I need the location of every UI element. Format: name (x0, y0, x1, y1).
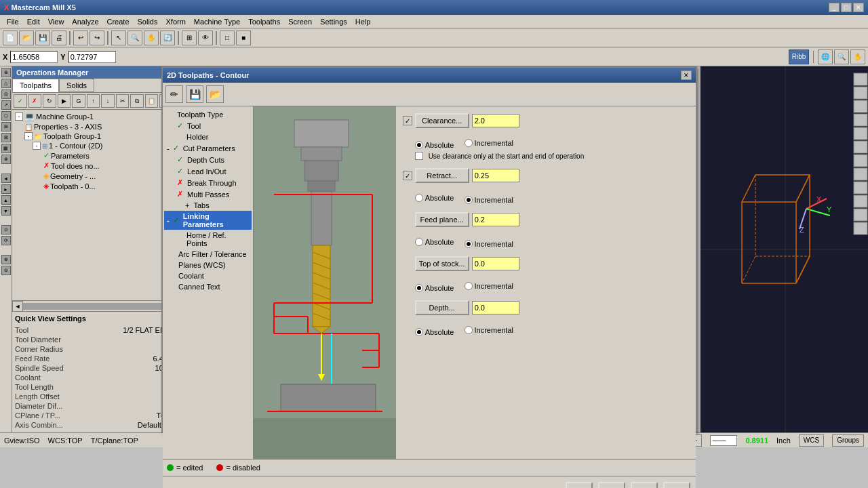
topstock-incremental-radio[interactable] (465, 282, 473, 290)
sb-icon-17[interactable]: ⊖ (1, 266, 11, 275)
close-button[interactable]: ✕ (853, 3, 864, 12)
clearance-button[interactable]: Clearance... (415, 113, 469, 128)
sb-icon-15[interactable]: ⟳ (1, 236, 11, 245)
menu-machine-type[interactable]: Machine Type (190, 16, 244, 27)
clearance-note-checkbox[interactable] (415, 152, 423, 160)
nav-arc-filter[interactable]: Arc Filter / Tolerance (164, 249, 252, 260)
ops-tb-cancel[interactable]: ✗ (28, 94, 42, 108)
expand-toolpath-group[interactable]: - (24, 132, 33, 140)
menu-view[interactable]: View (44, 16, 68, 27)
sb-icon-9[interactable]: ⊗ (1, 155, 11, 164)
nav-multi-passes[interactable]: ✗ Multi Passes (164, 188, 252, 200)
menu-edit[interactable]: Edit (23, 16, 44, 27)
undo-btn[interactable]: ↩ (73, 30, 88, 45)
nav-lead-in-out[interactable]: ✓ Lead In/Out (164, 165, 252, 177)
y-coordinate[interactable] (68, 51, 116, 63)
clearance-checkbox[interactable]: ✓ (403, 116, 412, 125)
print-btn[interactable]: 🖨 (52, 30, 66, 45)
top-of-stock-button[interactable]: Top of stock... (415, 256, 469, 271)
menu-toolpaths[interactable]: Toolpaths (244, 16, 284, 27)
tree-contour-op[interactable]: - ⊞ 1 - Contour (2D) (14, 141, 173, 150)
ops-tb-copy[interactable]: ⧉ (130, 94, 144, 108)
ops-view-btn[interactable]: 🌐 (818, 49, 833, 64)
sb-icon-11[interactable]: ► (1, 184, 11, 194)
pan-btn[interactable]: ✋ (144, 30, 159, 45)
menu-screen[interactable]: Screen (284, 16, 316, 27)
ops-tb-high[interactable]: ↑ (87, 94, 100, 108)
restore-button[interactable]: □ (841, 3, 852, 12)
scroll-left[interactable]: ◄ (12, 301, 23, 312)
menu-xform[interactable]: Xform (162, 16, 190, 27)
help-button[interactable]: ? (663, 482, 690, 488)
expand-machine-group[interactable]: - (15, 113, 23, 121)
retract-incremental-radio[interactable] (465, 196, 473, 204)
groups-button[interactable]: Groups (832, 434, 864, 447)
nav-tabs[interactable]: + Tabs (164, 200, 252, 211)
sb-icon-12[interactable]: ▲ (1, 195, 11, 205)
ops-tb-verify[interactable]: ▶ (58, 94, 71, 108)
sb-icon-6[interactable]: ⊞ (1, 122, 11, 131)
menu-create[interactable]: Create (103, 16, 134, 27)
nav-toolpath-type[interactable]: Toolpath Type (164, 109, 252, 120)
menu-analyze[interactable]: Analyze (68, 16, 102, 27)
zoom-btn[interactable]: 🔍 (127, 30, 142, 45)
dialog-close-button[interactable]: ✕ (681, 70, 692, 80)
tab-toolpaths[interactable]: Toolpaths (12, 79, 59, 92)
retract-checkbox[interactable]: ✓ (403, 171, 412, 180)
dialog-tb-pencil[interactable]: ✏ (165, 85, 183, 103)
tree-toolpath-group[interactable]: - 📁 Toolpath Group-1 (14, 131, 173, 141)
wire-btn[interactable]: □ (220, 30, 235, 45)
retract-absolute-radio[interactable] (415, 194, 423, 202)
sb-icon-13[interactable]: ▼ (1, 206, 11, 216)
ops-tb-post[interactable]: G (72, 94, 85, 108)
nav-break-through[interactable]: ✗ Break Through (164, 177, 252, 188)
feed-plane-button[interactable]: Feed plane... (415, 212, 469, 227)
ops-zoom-btn[interactable]: 🔍 (834, 49, 849, 64)
tree-toolpath[interactable]: ◈ Toolpath - 0... (14, 181, 173, 191)
new-btn[interactable]: 📄 (3, 30, 18, 45)
nav-holder[interactable]: Holder (164, 131, 252, 142)
nav-canned-text[interactable]: Canned Text (164, 281, 252, 292)
add-button[interactable]: ⊕ (631, 482, 658, 488)
select-btn[interactable]: ↖ (111, 30, 126, 45)
ok-button[interactable]: ✓ (566, 482, 593, 488)
menu-settings[interactable]: Settings (316, 16, 351, 27)
sb-icon-3[interactable]: ◎ (1, 89, 11, 99)
save-btn[interactable]: 💾 (35, 30, 50, 45)
tree-properties[interactable]: 📋 Properties - 3 - AXIS (14, 122, 173, 131)
sb-icon-16[interactable]: ⊕ (1, 255, 11, 264)
tab-solids[interactable]: Solids (59, 79, 94, 92)
nav-home-ref[interactable]: Home / Ref. Points (164, 230, 252, 249)
view-btn[interactable]: 👁 (198, 30, 213, 45)
open-btn[interactable]: 📂 (19, 30, 34, 45)
ops-tb-paste[interactable]: 📋 (145, 94, 159, 108)
sb-icon-4[interactable]: ↗ (1, 100, 11, 110)
depth-incremental-radio[interactable] (465, 326, 473, 334)
scroll-track[interactable] (23, 303, 163, 310)
sb-icon-10[interactable]: ◄ (1, 174, 11, 183)
sb-icon-5[interactable]: ⬡ (1, 111, 11, 121)
expand-contour[interactable]: - (33, 142, 41, 150)
depth-absolute-radio[interactable] (415, 328, 423, 336)
feedplane-absolute-radio[interactable] (415, 238, 423, 246)
x-coordinate[interactable] (10, 51, 58, 63)
sb-icon-2[interactable]: △ (1, 79, 11, 88)
tree-geometry[interactable]: ◈ Geometry - ... (14, 171, 173, 181)
tree-machine-group[interactable]: - 💻 Machine Group-1 (14, 111, 173, 122)
topstock-absolute-radio[interactable] (415, 284, 423, 292)
clearance-input[interactable] (472, 114, 519, 127)
ops-tb-ok[interactable]: ✓ (14, 94, 27, 108)
tb2-btn1[interactable]: Ribb (789, 49, 809, 64)
nav-planes[interactable]: Planes (WCS) (164, 260, 252, 270)
ops-tb-cut[interactable]: ✂ (116, 94, 130, 108)
top-of-stock-input[interactable] (472, 257, 519, 270)
nav-depth-cuts[interactable]: ✓ Depth Cuts (164, 154, 252, 165)
menu-file[interactable]: File (3, 16, 23, 27)
menu-help[interactable]: Help (351, 16, 375, 27)
nav-tool[interactable]: ✓ Tool (164, 120, 252, 131)
dialog-tb-save[interactable]: 💾 (186, 85, 203, 103)
nav-coolant[interactable]: Coolant (164, 270, 252, 281)
menu-solids[interactable]: Solids (134, 16, 162, 27)
tree-parameters[interactable]: ✓ Parameters (14, 150, 173, 161)
rotate-btn[interactable]: 🔄 (160, 30, 175, 45)
